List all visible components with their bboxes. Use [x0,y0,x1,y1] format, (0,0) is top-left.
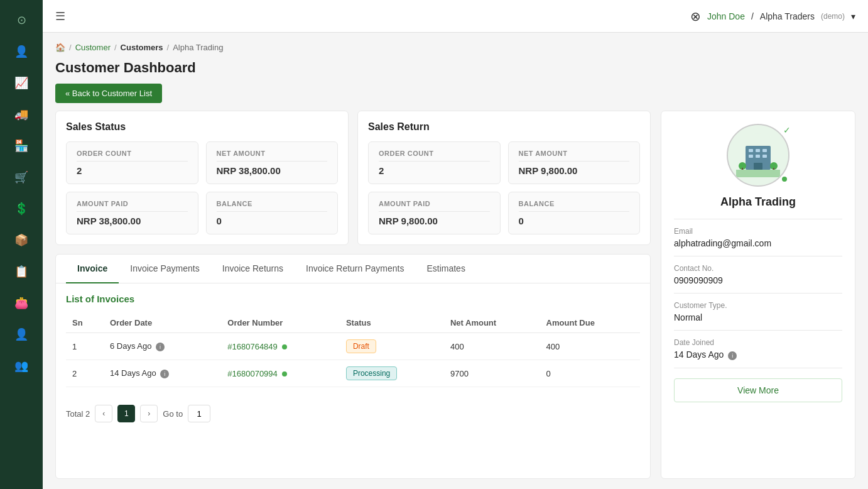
company-name: Alpha Traders [760,11,815,21]
return-balance-label: BALANCE [519,200,630,212]
svg-rect-5 [749,155,753,158]
sales-amount-paid-value: NRP 38,800.00 [77,216,188,226]
contact-row: Contact No. 0909090909 [674,256,842,294]
sidebar-item-contacts[interactable]: 👤 [8,321,35,348]
customer-info: Email alphatrading@gmail.com Contact No.… [674,219,842,368]
breadcrumb-customer[interactable]: Customer [75,43,111,52]
sales-net-amount-card: NET AMOUNT NRP 38,800.00 [206,141,339,184]
sales-amount-paid-label: AMOUNT PAID [77,200,188,212]
total-label: Total 2 [66,409,90,419]
online-dot-icon [781,175,788,183]
svg-rect-6 [756,155,760,158]
sidebar-item-team[interactable]: 👥 [8,352,35,380]
back-to-customer-list-button[interactable]: « Back to Customer List [55,84,162,103]
order-number-link[interactable]: #1680764849 [227,342,278,351]
cell-status: Processing [340,360,444,387]
sidebar-item-inventory[interactable]: 📦 [8,226,35,254]
sales-order-count-label: ORDER COUNT [77,150,188,162]
cell-order-date: 6 Days Ago i [104,333,221,360]
customer-type-value: Normal [674,312,842,322]
sales-balance-value: 0 [217,216,328,226]
status-badge: Processing [346,366,397,380]
sales-net-amount-value: NRP 38,800.00 [217,165,328,176]
sales-net-amount-label: NET AMOUNT [217,150,328,162]
sidebar-item-analytics[interactable]: 📈 [8,69,35,97]
return-balance-value: 0 [519,216,630,226]
col-order-date: Order Date [104,313,221,333]
breadcrumb-customers[interactable]: Customers [121,43,163,52]
cell-net-amount: 9700 [444,360,540,387]
sidebar-item-reports[interactable]: 📋 [8,258,35,285]
col-net-amount: Net Amount [444,313,540,333]
sidebar-item-finance[interactable]: 💲 [8,195,35,223]
sales-return-title: Sales Return [368,121,640,133]
chevron-down-icon[interactable]: ▾ [851,11,855,21]
sales-balance-label: BALANCE [217,200,328,212]
sales-balance-card: BALANCE 0 [206,192,339,234]
verified-check-icon: ✓ [783,125,791,135]
svg-rect-2 [749,149,753,152]
go-to-input[interactable] [188,405,210,422]
email-row: Email alphatrading@gmail.com [674,219,842,256]
menu-icon[interactable]: ☰ [55,9,65,23]
main-row: Sales Status ORDER COUNT 2 NET AMOUNT NR… [55,111,855,479]
contact-value: 0909090909 [674,275,842,285]
demo-label: (demo) [821,12,845,21]
customer-type-row: Customer Type. Normal [674,294,842,331]
col-amount-due: Amount Due [540,313,640,333]
cell-amount-due: 0 [540,360,640,387]
tab-estimates[interactable]: Estimates [415,255,476,283]
tab-invoice[interactable]: Invoice [66,255,119,283]
page-1-button[interactable]: 1 [117,405,135,422]
order-number-link[interactable]: #1680070994 [227,369,278,378]
view-more-button[interactable]: View More [674,378,842,402]
status-badge: Draft [346,339,376,353]
return-net-amount-label: NET AMOUNT [519,150,630,162]
sidebar-item-wallet[interactable]: 👛 [8,289,35,317]
content-area: 🏠 / Customer / Customers / Alpha Trading… [43,33,868,489]
svg-rect-4 [762,149,767,152]
pagination: Total 2 ‹ 1 › Go to [56,397,650,430]
order-date-info-icon[interactable]: i [156,343,165,351]
tab-invoice-payments[interactable]: Invoice Payments [119,255,211,283]
tab-invoice-returns[interactable]: Invoice Returns [211,255,295,283]
breadcrumb: 🏠 / Customer / Customers / Alpha Trading [55,43,855,52]
cell-sn: 2 [66,360,104,387]
col-sn: Sn [66,313,104,333]
return-order-count-label: ORDER COUNT [379,150,490,162]
sidebar-item-cart[interactable]: 🛒 [8,163,35,191]
customer-name: Alpha Trading [720,195,796,209]
topbar: ☰ ⊗ John Doe / Alpha Traders (demo) ▾ [43,0,868,33]
svg-rect-8 [754,163,762,170]
home-icon[interactable]: 🏠 [55,43,65,52]
return-net-amount-card: NET AMOUNT NRP 9,800.00 [508,141,641,184]
return-amount-paid-label: AMOUNT PAID [379,200,490,212]
sales-amount-paid-card: AMOUNT PAID NRP 38,800.00 [66,192,198,234]
sales-order-count-card: ORDER COUNT 2 [66,141,198,184]
next-page-button[interactable]: › [140,405,158,422]
return-amount-paid-value: NRP 9,800.00 [379,216,490,226]
cell-order-number: #1680764849 [221,333,340,360]
avatar [727,124,789,187]
cell-status: Draft [340,333,444,360]
order-date-info-icon[interactable]: i [160,370,169,378]
sidebar-item-store[interactable]: 🏪 [8,132,35,160]
date-joined-info-icon[interactable]: i [728,351,737,360]
return-order-count-value: 2 [379,165,490,176]
tab-invoice-return-payments[interactable]: Invoice Return Payments [295,255,415,283]
sales-status-title: Sales Status [66,121,338,133]
sidebar-item-dashboard[interactable]: ⊙ [8,6,35,34]
separator: / [751,11,754,21]
date-joined-value: 14 Days Ago i [674,349,842,360]
github-icon: ⊗ [690,9,701,24]
return-order-count-card: ORDER COUNT 2 [368,141,501,184]
svg-rect-13 [736,170,780,177]
sidebar-item-delivery[interactable]: 🚚 [8,101,35,128]
prev-page-button[interactable]: ‹ [95,405,112,422]
cell-sn: 1 [66,333,104,360]
return-balance-card: BALANCE 0 [508,192,641,234]
tabs-section: Invoice Invoice Payments Invoice Returns… [55,254,651,479]
sidebar-item-users[interactable]: 👤 [8,38,35,65]
table-row: 2 14 Days Ago i #1680070994 Processing 9… [66,360,640,387]
order-active-dot [282,371,287,376]
